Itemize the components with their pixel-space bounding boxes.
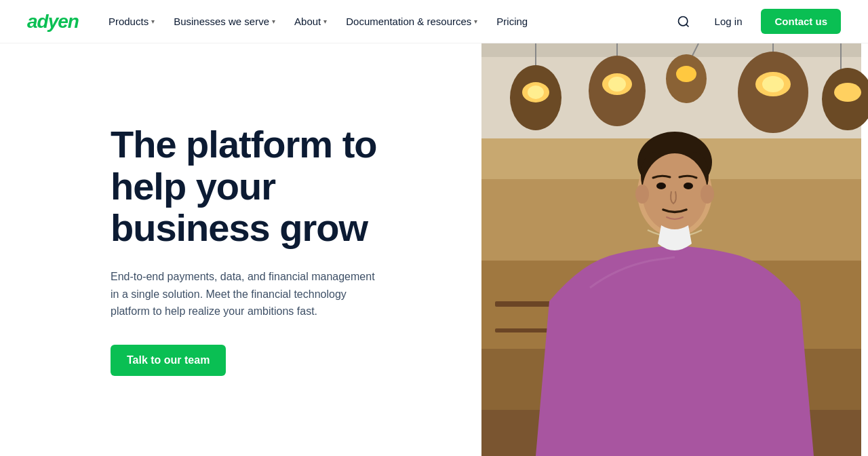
nav-label-about: About (294, 16, 321, 27)
svg-point-38 (701, 185, 714, 204)
nav-label-businesses: Businesses we serve (174, 16, 269, 27)
chevron-down-icon: ▾ (151, 18, 155, 25)
search-button[interactable] (671, 10, 696, 34)
hero-image (475, 43, 868, 456)
svg-point-22 (676, 66, 696, 82)
svg-point-34 (642, 153, 707, 232)
svg-line-1 (686, 24, 688, 26)
logo-text: adyen (27, 11, 79, 32)
nav-item-products[interactable]: Products ▾ (100, 10, 163, 33)
main-content: The platform to help your business grow … (0, 43, 868, 456)
svg-point-12 (608, 77, 626, 92)
nav-label-docs: Documentation & resources (346, 16, 471, 27)
chevron-down-icon: ▾ (323, 18, 327, 25)
svg-rect-4 (481, 43, 861, 57)
svg-point-37 (635, 185, 649, 204)
login-button[interactable]: Log in (707, 10, 751, 33)
nav-item-about[interactable]: About ▾ (286, 10, 335, 33)
svg-point-19 (834, 83, 861, 102)
navbar: adyen Products ▾ Businesses we serve ▾ A… (0, 0, 868, 43)
logo[interactable]: adyen (27, 11, 79, 33)
contact-button[interactable]: Contact us (761, 9, 841, 34)
nav-item-docs[interactable]: Documentation & resources ▾ (338, 10, 486, 33)
hero-title: The platform to help your business grow (111, 124, 420, 249)
svg-rect-40 (549, 301, 800, 456)
nav-label-pricing: Pricing (496, 16, 528, 27)
svg-point-35 (656, 183, 666, 189)
cta-button[interactable]: Talk to our team (111, 345, 226, 376)
chevron-down-icon: ▾ (272, 18, 275, 25)
hero-left-panel: The platform to help your business grow … (0, 43, 475, 456)
nav-label-products: Products (108, 16, 149, 27)
svg-point-0 (678, 16, 687, 25)
svg-point-16 (762, 76, 784, 92)
nav-right: Log in Contact us (671, 9, 841, 34)
nav-items: Products ▾ Businesses we serve ▾ About ▾… (100, 10, 671, 33)
nav-item-pricing[interactable]: Pricing (488, 10, 536, 33)
search-icon (677, 15, 690, 28)
hero-image-panel (475, 43, 868, 456)
chevron-down-icon: ▾ (474, 18, 477, 25)
nav-item-businesses[interactable]: Businesses we serve ▾ (165, 10, 283, 33)
hero-description: End-to-end payments, data, and financial… (111, 268, 382, 320)
svg-point-36 (684, 183, 693, 189)
svg-point-8 (528, 86, 544, 99)
